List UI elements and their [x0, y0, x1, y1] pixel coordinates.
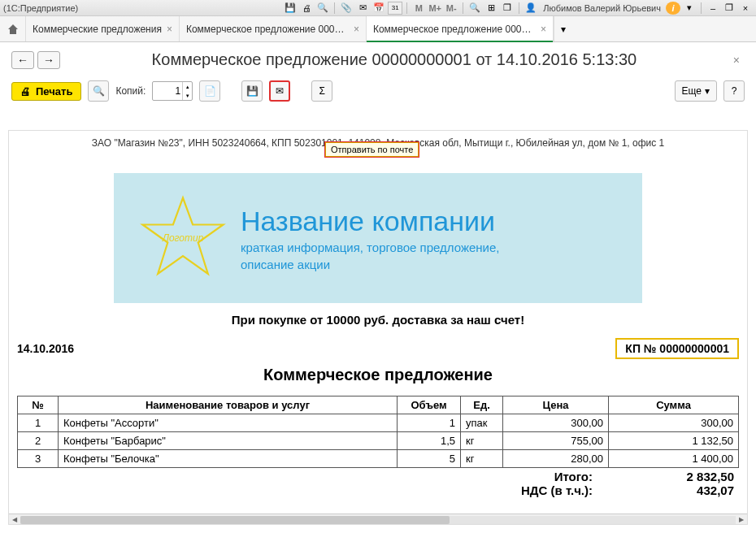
page-header: ← → Коммерческое предложение 00000000001… — [0, 42, 756, 77]
page-title: Коммерческое предложение 00000000001 от … — [60, 50, 728, 69]
chevron-down-icon: ▾ — [705, 85, 710, 97]
tab-offer-1[interactable]: Коммерческое предложение 00000000001 от … — [180, 16, 367, 41]
cell-num: 1 — [18, 414, 59, 432]
sum-button[interactable]: Σ — [311, 80, 332, 102]
m-icon[interactable]: M — [411, 2, 426, 15]
user-icon[interactable]: 👤 — [524, 2, 538, 15]
document-title: Коммерческое предложение — [17, 366, 739, 384]
cell-volume: 1,5 — [398, 432, 461, 450]
table-header-row: № Наименование товаров и услуг Объем Ед.… — [18, 396, 739, 414]
restore-icon[interactable]: ❐ — [722, 2, 736, 15]
copies-label: Копий: — [115, 85, 146, 97]
scroll-right-icon[interactable]: ▶ — [736, 514, 747, 526]
banner-subtitle-2: описание акции — [241, 258, 499, 271]
scroll-left-icon[interactable]: ◀ — [9, 514, 20, 526]
info-icon[interactable]: i — [666, 2, 680, 15]
more-button[interactable]: Еще ▾ — [675, 80, 717, 102]
calendar-icon[interactable]: 📅 — [371, 2, 386, 15]
scroll-track[interactable] — [20, 516, 736, 524]
cell-name: Конфеты "Ассорти" — [59, 414, 398, 432]
tab-label: Коммерческое предложение 00000000001 от … — [373, 24, 536, 35]
total-value: 2 832,50 — [609, 470, 739, 483]
more-label: Еще — [682, 85, 702, 97]
date31-icon[interactable]: 31 — [388, 2, 402, 15]
separator — [406, 2, 407, 14]
tab-bar: Коммерческие предложения × Коммерческое … — [0, 16, 756, 42]
page-close-button[interactable]: × — [728, 54, 745, 67]
header-price: Цена — [503, 396, 609, 414]
mminus-icon[interactable]: M- — [444, 2, 458, 15]
separator — [334, 2, 335, 14]
cell-name: Конфеты "Барбарис" — [59, 432, 398, 450]
save-button[interactable]: 💾 — [241, 80, 263, 102]
tabs-dropdown[interactable]: ▾ — [554, 16, 573, 41]
print-button[interactable]: 🖨 Печать — [11, 82, 81, 101]
tab-offer-2[interactable]: Коммерческое предложение 00000000001 от … — [367, 16, 554, 41]
cell-sum: 1 132,50 — [609, 432, 739, 450]
cell-name: Конфеты "Белочка" — [59, 450, 398, 468]
preview-button[interactable]: 🔍 — [88, 80, 109, 102]
horizontal-scrollbar[interactable]: ◀ ▶ — [9, 514, 747, 525]
calc-icon[interactable]: ⊞ — [484, 2, 498, 15]
user-name: Любимов Валерий Юрьевич — [543, 3, 661, 13]
nav-forward-button[interactable]: → — [37, 51, 60, 69]
separator — [463, 2, 463, 14]
cell-volume: 5 — [398, 450, 461, 468]
cell-price: 300,00 — [503, 414, 609, 432]
tab-close-icon[interactable]: × — [167, 24, 172, 35]
document-content: ЗАО "Магазин №23", ИНН 5023240664, КПП 5… — [9, 131, 747, 514]
header-volume: Объем — [398, 396, 461, 414]
printer-icon[interactable]: 🖨 — [299, 2, 314, 15]
logo-label: Логотип — [163, 232, 204, 244]
titlebar-icons: 💾 🖨 🔍 📎 ✉ 📅 31 M M+ M- 🔍 ⊞ ❐ 👤 Любимов В… — [283, 2, 753, 15]
copy-icon[interactable]: ❐ — [500, 2, 515, 15]
separator — [701, 2, 702, 14]
tab-close-icon[interactable]: × — [354, 24, 359, 35]
table-row: 2Конфеты "Барбарис"1,5кг755,001 132,50 — [18, 432, 739, 450]
tab-label: Коммерческое предложение 00000000001 от … — [186, 24, 349, 35]
cell-price: 755,00 — [503, 432, 609, 450]
items-table: № Наименование товаров и услуг Объем Ед.… — [17, 396, 739, 468]
cell-sum: 300,00 — [609, 414, 739, 432]
document-date: 14.10.2016 — [17, 342, 74, 355]
cell-unit: упак — [461, 414, 503, 432]
title-bar: (1С:Предприятие) 💾 🖨 🔍 📎 ✉ 📅 31 M M+ M- … — [0, 0, 756, 16]
banner-title: Название компании — [241, 206, 499, 237]
attach-icon[interactable]: 📎 — [339, 2, 354, 15]
cell-volume: 1 — [398, 414, 461, 432]
close-icon[interactable]: × — [738, 2, 753, 15]
nav-buttons: ← → — [11, 51, 60, 69]
header-name: Наименование товаров и услуг — [59, 396, 398, 414]
minimize-icon[interactable]: – — [706, 2, 720, 15]
company-banner: Логотип Название компании краткая информ… — [114, 173, 642, 303]
about-dropdown-icon[interactable]: ▾ — [682, 2, 697, 15]
search-page-icon[interactable]: 🔍 — [315, 2, 330, 15]
promo-text: При покупке от 10000 руб. доставка за на… — [17, 313, 739, 327]
totals-row-total: Итого: 2 832,50 — [17, 470, 739, 483]
edit-template-button[interactable]: 📄 — [199, 80, 220, 102]
toolbar: 🖨 Печать 🔍 Копий: ▲▼ 📄 💾 ✉ Σ Еще ▾ ? — [0, 77, 756, 110]
vat-value: 432,07 — [609, 483, 739, 497]
home-button[interactable] — [0, 16, 26, 41]
totals: Итого: 2 832,50 НДС (в т.ч.): 432,07 — [17, 470, 739, 497]
help-button[interactable]: ? — [723, 80, 745, 102]
separator — [519, 2, 519, 14]
copies-spinner[interactable]: ▲▼ — [182, 82, 192, 100]
cell-price: 280,00 — [503, 450, 609, 468]
scroll-thumb[interactable] — [20, 516, 450, 524]
totals-row-vat: НДС (в т.ч.): 432,07 — [17, 483, 739, 497]
cell-num: 2 — [18, 432, 59, 450]
app-name: (1С:Предприятие) — [3, 3, 283, 13]
printer-icon: 🖨 — [20, 85, 31, 98]
save-icon[interactable]: 💾 — [283, 2, 298, 15]
cell-num: 3 — [18, 450, 59, 468]
mail-icon[interactable]: ✉ — [355, 2, 370, 15]
zoom-icon[interactable]: 🔍 — [467, 2, 482, 15]
tab-commercial-offers[interactable]: Коммерческие предложения × — [26, 16, 180, 41]
tab-close-icon[interactable]: × — [541, 24, 546, 35]
send-mail-button[interactable]: ✉ — [269, 80, 290, 102]
header-num: № — [18, 396, 59, 414]
send-mail-tooltip: Отправить по почте — [325, 142, 419, 157]
mplus-icon[interactable]: M+ — [428, 2, 442, 15]
nav-back-button[interactable]: ← — [11, 51, 34, 69]
